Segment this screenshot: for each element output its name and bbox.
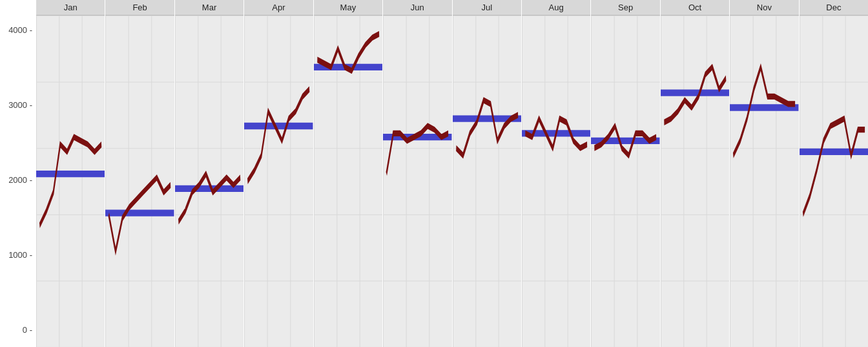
panel-header-may: May: [314, 0, 382, 16]
panel-body-sep: [591, 16, 659, 347]
data-line: [386, 126, 448, 174]
panel-jul: Jul: [452, 0, 521, 347]
panel-svg-jun: [383, 16, 451, 347]
y-label-0: 0 -: [23, 326, 32, 334]
data-line: [734, 67, 796, 156]
panel-svg-nov: [730, 16, 798, 347]
chart-container: 4000 - 3000 - 2000 - 1000 - 0 - JanFebMa…: [0, 0, 868, 347]
panel-header-oct: Oct: [661, 0, 729, 16]
panel-may: May: [313, 0, 382, 347]
panel-svg-apr: [244, 16, 313, 347]
panel-svg-mar: [175, 16, 243, 347]
panel-svg-jan: [36, 16, 105, 347]
panel-body-apr: [244, 16, 313, 347]
data-line: [39, 137, 101, 226]
data-line: [178, 174, 240, 222]
panel-header-jan: Jan: [36, 0, 105, 16]
data-line: [456, 100, 518, 155]
y-label-3000: 3000 -: [8, 101, 32, 109]
panel-sep: Sep: [590, 0, 659, 347]
panel-apr: Apr: [243, 0, 313, 347]
panel-header-dec: Dec: [800, 0, 868, 16]
panel-dec: Dec: [799, 0, 868, 347]
panel-body-mar: [175, 16, 243, 347]
panel-header-sep: Sep: [591, 0, 659, 16]
panel-header-mar: Mar: [175, 0, 243, 16]
panel-svg-aug: [522, 16, 590, 347]
panel-svg-may: [314, 16, 382, 347]
panel-nov: Nov: [729, 0, 798, 347]
panel-body-nov: [730, 16, 798, 347]
data-line: [248, 89, 310, 182]
panel-body-jul: [453, 16, 521, 347]
y-axis: 4000 - 3000 - 2000 - 1000 - 0 -: [0, 0, 36, 347]
panel-feb: Feb: [105, 0, 174, 347]
y-label-2000: 2000 -: [8, 176, 32, 184]
panel-svg-jul: [453, 16, 521, 347]
y-label-1000: 1000 -: [8, 251, 32, 259]
y-label-4000: 4000 -: [8, 26, 32, 34]
panel-aug: Aug: [521, 0, 590, 347]
panel-jan: Jan: [36, 0, 105, 347]
panel-body-oct: [661, 16, 729, 347]
panel-header-jul: Jul: [453, 0, 521, 16]
panel-mar: Mar: [174, 0, 243, 347]
panel-jun: Jun: [382, 0, 451, 347]
panel-header-apr: Apr: [244, 0, 313, 16]
panel-svg-feb: [105, 16, 174, 347]
panel-header-aug: Aug: [522, 0, 590, 16]
panel-svg-oct: [661, 16, 729, 347]
data-line: [803, 119, 865, 215]
panel-body-feb: [105, 16, 174, 347]
panel-header-feb: Feb: [105, 0, 174, 16]
panel-svg-sep: [591, 16, 659, 347]
panels-row: JanFebMarAprMayJunJulAugSepOctNovDec: [36, 0, 868, 347]
panel-oct: Oct: [660, 0, 729, 347]
panel-header-jun: Jun: [383, 0, 451, 16]
panel-body-jan: [36, 16, 105, 347]
panel-body-may: [314, 16, 382, 347]
panel-svg-dec: [800, 16, 868, 347]
panel-body-dec: [800, 16, 868, 347]
panel-body-aug: [522, 16, 590, 347]
panels-area: JanFebMarAprMayJunJulAugSepOctNovDec: [36, 0, 868, 347]
panel-body-jun: [383, 16, 451, 347]
panel-header-nov: Nov: [730, 0, 798, 16]
